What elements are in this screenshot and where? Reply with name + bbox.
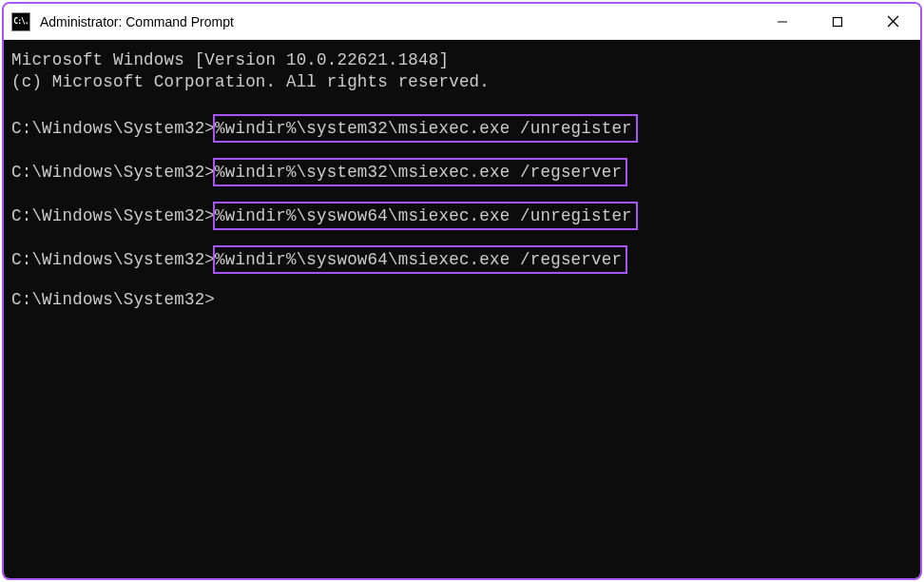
prompt: C:\Windows\System32>	[11, 205, 215, 226]
command-line-4: C:\Windows\System32>%windir%\syswow64\ms…	[11, 245, 913, 274]
prompt: C:\Windows\System32>	[11, 162, 215, 183]
terminal-area[interactable]: Microsoft Windows [Version 10.0.22621.18…	[4, 40, 920, 578]
blank-line	[11, 274, 913, 289]
highlighted-command-1: %windir%\system32\msiexec.exe /unregiste…	[213, 114, 638, 143]
highlighted-command-4: %windir%\syswow64\msiexec.exe /regserver	[213, 245, 627, 274]
command-line-2: C:\Windows\System32>%windir%\system32\ms…	[11, 158, 913, 186]
command-line-3: C:\Windows\System32>%windir%\syswow64\ms…	[11, 202, 913, 230]
blank-line	[11, 143, 913, 158]
svg-rect-1	[834, 17, 842, 26]
highlighted-command-3: %windir%\syswow64\msiexec.exe /unregiste…	[213, 202, 638, 230]
empty-prompt: C:\Windows\System32>	[11, 289, 913, 310]
close-button[interactable]	[865, 4, 920, 39]
prompt: C:\Windows\System32>	[11, 118, 215, 139]
maximize-button[interactable]	[810, 4, 865, 39]
window-controls	[755, 4, 920, 39]
header-copyright: (c) Microsoft Corporation. All rights re…	[11, 71, 913, 92]
highlighted-command-2: %windir%\system32\msiexec.exe /regserver	[213, 158, 627, 186]
cmd-icon-text: C:\.	[13, 17, 28, 26]
command-prompt-window: C:\. Administrator: Command Prompt Micro…	[2, 2, 922, 580]
prompt: C:\Windows\System32>	[11, 249, 215, 270]
blank-line	[11, 93, 913, 114]
blank-line	[11, 230, 913, 245]
command-line-1: C:\Windows\System32>%windir%\system32\ms…	[11, 114, 913, 143]
blank-line	[11, 186, 913, 202]
titlebar[interactable]: C:\. Administrator: Command Prompt	[4, 4, 920, 40]
window-title: Administrator: Command Prompt	[40, 14, 755, 29]
cmd-icon: C:\.	[11, 12, 30, 31]
minimize-button[interactable]	[755, 4, 810, 39]
header-version: Microsoft Windows [Version 10.0.22621.18…	[11, 49, 913, 70]
